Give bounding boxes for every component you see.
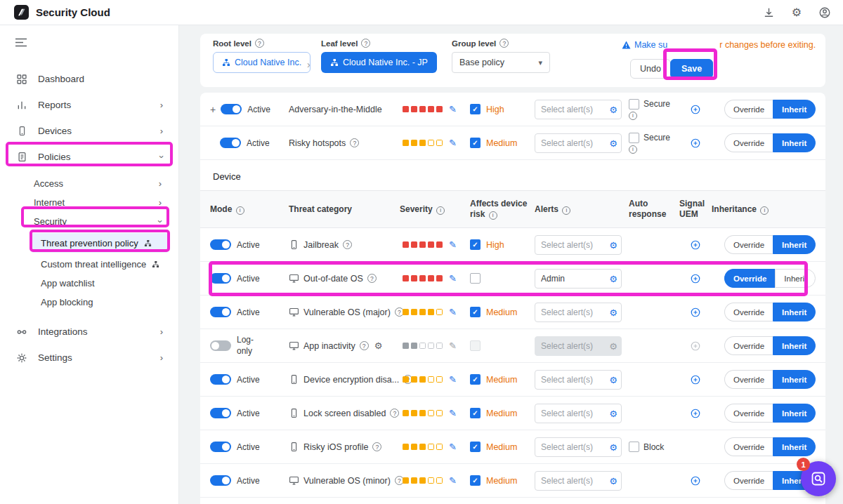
sidebar-label: Reports: [38, 100, 71, 110]
save-button[interactable]: Save: [670, 59, 713, 79]
secure-checkbox[interactable]: [629, 133, 639, 143]
edit-severity-icon[interactable]: ✎: [449, 374, 457, 385]
active-toggle[interactable]: [221, 104, 242, 114]
account-icon[interactable]: [818, 6, 832, 20]
signal-uem-add-icon[interactable]: [690, 273, 701, 284]
active-toggle[interactable]: [210, 374, 231, 385]
override-button[interactable]: Override: [724, 235, 773, 254]
edit-severity-icon[interactable]: ✎: [449, 475, 457, 486]
group-level-select[interactable]: Base policy ▾: [452, 52, 550, 73]
active-toggle[interactable]: [210, 273, 231, 284]
sidebar-label: Access: [34, 178, 63, 189]
secure-checkbox[interactable]: [629, 99, 639, 110]
alert-settings-icon[interactable]: ⚙: [609, 374, 617, 385]
sidebar-item-integrations[interactable]: Integrations ›: [0, 319, 178, 345]
override-button[interactable]: Override: [724, 100, 773, 119]
signal-uem-add-icon[interactable]: [690, 138, 701, 149]
override-button[interactable]: Override: [724, 303, 773, 321]
inherit-button[interactable]: Inherit: [773, 336, 816, 355]
info-icon: i: [489, 211, 497, 220]
override-button[interactable]: Override: [724, 404, 773, 423]
signal-uem-add-icon[interactable]: [690, 307, 701, 318]
override-button[interactable]: Override: [724, 133, 773, 152]
active-toggle[interactable]: [210, 307, 231, 317]
alert-settings-icon[interactable]: ⚙: [609, 239, 617, 250]
sidebar-item-reports[interactable]: Reports ›: [0, 92, 178, 118]
inherit-button[interactable]: Inherit: [773, 404, 816, 423]
edit-severity-icon[interactable]: ✎: [449, 138, 457, 148]
log-only-toggle[interactable]: [210, 340, 231, 351]
alert-settings-icon[interactable]: ⚙: [609, 138, 617, 148]
leaf-level-button[interactable]: Cloud Native Inc. - JP: [321, 52, 437, 73]
signal-uem-add-icon[interactable]: [690, 374, 701, 385]
chevron-right-icon: ›: [160, 100, 163, 110]
alert-settings-icon[interactable]: ⚙: [609, 442, 617, 452]
active-toggle[interactable]: [210, 442, 231, 452]
info-icon: i: [562, 206, 570, 215]
inherit-button[interactable]: Inherit: [773, 303, 816, 321]
sidebar-item-internet[interactable]: Internet ›: [0, 193, 178, 212]
undo-button[interactable]: Undo: [630, 59, 671, 79]
sidebar-item-policies[interactable]: Policies ›: [0, 144, 178, 170]
sidebar-item-app-watchlist[interactable]: App watchlist: [0, 274, 178, 293]
risk-checkbox[interactable]: ✓: [470, 104, 481, 114]
alert-settings-icon[interactable]: ⚙: [609, 273, 617, 284]
expand-icon[interactable]: +: [210, 104, 216, 115]
edit-severity-icon[interactable]: ✎: [449, 442, 457, 452]
edit-severity-icon[interactable]: ✎: [449, 104, 457, 114]
signal-uem-add-icon[interactable]: [690, 475, 701, 486]
risk-checkbox[interactable]: ✓: [470, 475, 481, 486]
help-icon: ?: [390, 409, 399, 418]
inherit-button[interactable]: Inherit: [773, 100, 816, 119]
inherit-button[interactable]: Inherit: [775, 269, 816, 288]
signal-uem-add-icon[interactable]: [690, 104, 701, 115]
help-search-fab[interactable]: 1: [801, 461, 836, 496]
download-icon[interactable]: [762, 6, 776, 20]
signal-uem-add-icon[interactable]: [690, 239, 701, 251]
edit-severity-icon[interactable]: ✎: [449, 273, 457, 284]
edit-severity-icon[interactable]: ✎: [449, 239, 457, 250]
sidebar-item-app-blocking[interactable]: App blocking: [0, 293, 178, 312]
inherit-button[interactable]: Inherit: [773, 437, 816, 456]
inherit-button[interactable]: Inherit: [773, 370, 816, 389]
sidebar-item-threat-prevention-policy[interactable]: Threat prevention policy: [31, 233, 169, 253]
active-toggle[interactable]: [210, 475, 231, 486]
active-toggle[interactable]: [210, 408, 231, 418]
gear-icon[interactable]: ⚙: [790, 6, 804, 20]
sidebar-item-dashboard[interactable]: Dashboard: [0, 66, 178, 92]
override-button[interactable]: Override: [724, 370, 773, 389]
override-button[interactable]: Override: [724, 269, 775, 288]
alert-settings-icon[interactable]: ⚙: [609, 104, 617, 114]
block-checkbox[interactable]: [629, 442, 639, 452]
sidebar-item-security[interactable]: Security ›: [0, 212, 178, 231]
alert-settings-icon[interactable]: ⚙: [609, 307, 617, 317]
risk-checkbox[interactable]: ✓: [470, 374, 481, 385]
alert-settings-icon[interactable]: ⚙: [609, 408, 617, 418]
category-settings-icon[interactable]: ⚙: [374, 340, 383, 351]
edit-severity-icon[interactable]: ✎: [449, 307, 457, 317]
risk-checkbox[interactable]: ✓: [470, 307, 481, 317]
risk-checkbox[interactable]: ✓: [470, 442, 481, 452]
edit-severity-icon[interactable]: ✎: [449, 408, 457, 418]
risk-checkbox[interactable]: ✓: [470, 239, 481, 250]
signal-uem-add-icon[interactable]: [690, 408, 701, 419]
sidebar-item-access[interactable]: Access ›: [0, 174, 178, 193]
active-toggle[interactable]: [220, 138, 241, 148]
sidebar-item-devices[interactable]: Devices ›: [0, 118, 178, 144]
sidebar-item-custom-threat-intelligence[interactable]: Custom threat intelligence: [0, 255, 178, 274]
table-row: Active Jailbreak? ✎ ✓High ⚙ OverrideInhe…: [200, 228, 825, 262]
inherit-button[interactable]: Inherit: [773, 133, 816, 152]
override-button[interactable]: Override: [724, 336, 773, 355]
risk-checkbox[interactable]: ✓: [470, 408, 481, 418]
override-button[interactable]: Override: [724, 471, 773, 490]
sidebar-item-settings[interactable]: Settings ›: [0, 345, 178, 371]
inherit-button[interactable]: Inherit: [773, 235, 816, 254]
override-button[interactable]: Override: [724, 437, 773, 456]
desktop-icon: [289, 307, 299, 317]
alert-settings-icon[interactable]: ⚙: [609, 475, 617, 486]
risk-checkbox[interactable]: [470, 273, 481, 284]
active-toggle[interactable]: [210, 239, 231, 250]
risk-checkbox[interactable]: ✓: [470, 138, 481, 148]
menu-icon[interactable]: [15, 38, 27, 49]
root-level-button[interactable]: Cloud Native Inc.: [213, 52, 311, 73]
